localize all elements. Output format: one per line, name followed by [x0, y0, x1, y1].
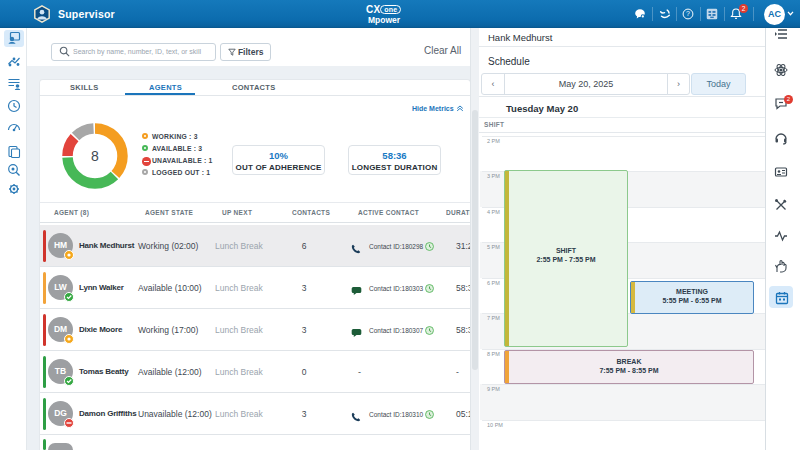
- svg-text:?: ?: [686, 10, 690, 17]
- svg-text:8: 8: [91, 148, 99, 164]
